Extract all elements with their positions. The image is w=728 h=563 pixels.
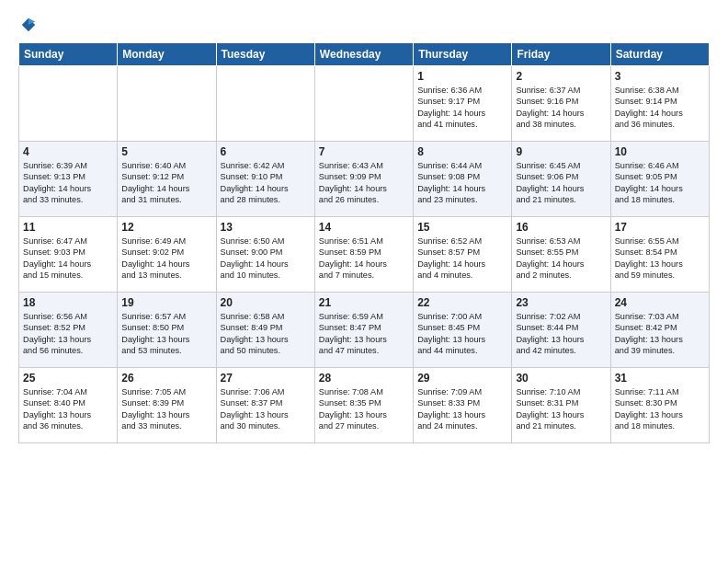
day-info-line: and 31 minutes. [121,194,211,205]
day-cell-28: 28Sunrise: 7:08 AMSunset: 8:35 PMDayligh… [314,368,413,443]
day-info-line: Sunset: 9:00 PM [221,247,311,258]
day-info-line: Daylight: 14 hours [417,108,507,119]
day-info-line: Sunrise: 7:10 AM [516,386,606,397]
day-info-line: Sunset: 8:50 PM [121,322,211,333]
day-info-line: Daylight: 14 hours [319,259,409,270]
day-number-28: 28 [319,372,409,385]
day-info-line: Daylight: 13 hours [221,409,311,420]
day-info-line: and 30 minutes. [221,420,311,431]
day-info-line: and 47 minutes. [319,345,409,356]
day-info-line: Sunrise: 7:03 AM [615,311,705,322]
day-info-line: Sunrise: 6:47 AM [23,236,113,247]
day-info-line: and 27 minutes. [319,420,409,431]
day-info-line: Sunset: 8:55 PM [516,247,606,258]
day-info-line: Daylight: 14 hours [23,183,113,194]
day-info-line: and 36 minutes. [615,119,705,130]
day-number-23: 23 [516,296,606,309]
day-cell-21: 21Sunrise: 6:59 AMSunset: 8:47 PMDayligh… [314,293,413,368]
day-info-line: Sunrise: 6:56 AM [23,311,113,322]
day-info-line: Daylight: 13 hours [319,409,409,420]
day-info-line: Sunset: 9:17 PM [417,96,507,107]
day-info-line: and 53 minutes. [121,345,211,356]
page: SundayMondayTuesdayWednesdayThursdayFrid… [0,0,728,563]
day-info-line: Daylight: 13 hours [23,409,113,420]
day-info-line: Sunset: 8:54 PM [615,247,705,258]
day-number-14: 14 [319,221,409,234]
day-info-line: Daylight: 13 hours [417,409,507,420]
day-info-line: Sunset: 9:03 PM [23,247,113,258]
day-cell-2: 2Sunrise: 6:37 AMSunset: 9:16 PMDaylight… [512,66,610,142]
day-cell-23: 23Sunrise: 7:02 AMSunset: 8:44 PMDayligh… [512,293,610,368]
day-info-line: Sunset: 8:42 PM [615,322,705,333]
day-info-line: Sunrise: 6:37 AM [516,85,606,96]
logo [18,17,37,33]
week-row-2: 4Sunrise: 6:39 AMSunset: 9:13 PMDaylight… [19,142,710,217]
day-number-20: 20 [221,296,311,309]
day-cell-4: 4Sunrise: 6:39 AMSunset: 9:13 PMDaylight… [19,142,118,217]
day-info-line: Sunset: 9:12 PM [121,171,211,182]
day-info-line: and 38 minutes. [516,119,606,130]
day-cell-27: 27Sunrise: 7:06 AMSunset: 8:37 PMDayligh… [216,368,314,443]
day-info-line: and 18 minutes. [615,194,705,205]
day-cell-12: 12Sunrise: 6:49 AMSunset: 9:02 PMDayligh… [118,217,216,293]
day-info-line: and 36 minutes. [23,420,113,431]
day-info-line: Sunrise: 6:52 AM [417,236,507,247]
weekday-header-row: SundayMondayTuesdayWednesdayThursdayFrid… [19,43,710,66]
day-number-25: 25 [23,372,113,385]
day-info-line: Sunset: 9:06 PM [516,171,606,182]
day-info-line: Daylight: 14 hours [615,183,705,194]
day-info-line: and 28 minutes. [221,194,311,205]
day-info-line: Sunrise: 6:44 AM [417,160,507,171]
day-cell-empty [19,66,118,142]
day-info-line: Daylight: 14 hours [417,259,507,270]
day-info-line: and 59 minutes. [615,270,705,281]
day-number-13: 13 [221,221,311,234]
day-cell-24: 24Sunrise: 7:03 AMSunset: 8:42 PMDayligh… [610,293,709,368]
day-info-line: and 56 minutes. [23,345,113,356]
day-info-line: Daylight: 13 hours [121,409,211,420]
day-info-line: Daylight: 14 hours [121,259,211,270]
day-number-19: 19 [121,296,211,309]
weekday-header-friday: Friday [512,43,610,66]
day-info-line: Sunrise: 6:50 AM [221,236,311,247]
day-cell-20: 20Sunrise: 6:58 AMSunset: 8:49 PMDayligh… [216,293,314,368]
day-info-line: and 24 minutes. [417,420,507,431]
day-number-9: 9 [516,145,606,158]
day-info-line: Sunset: 8:35 PM [319,397,409,408]
day-cell-30: 30Sunrise: 7:10 AMSunset: 8:31 PMDayligh… [512,368,610,443]
day-info-line: Sunrise: 7:00 AM [417,311,507,322]
day-info-line: and 21 minutes. [516,194,606,205]
day-info-line: Sunrise: 6:45 AM [516,160,606,171]
day-info-line: Sunrise: 7:06 AM [221,386,311,397]
weekday-header-tuesday: Tuesday [216,43,314,66]
day-cell-31: 31Sunrise: 7:11 AMSunset: 8:30 PMDayligh… [610,368,709,443]
day-info-line: Daylight: 14 hours [516,259,606,270]
day-cell-1: 1Sunrise: 6:36 AMSunset: 9:17 PMDaylight… [414,66,512,142]
weekday-header-wednesday: Wednesday [314,43,413,66]
day-info-line: Daylight: 14 hours [615,108,705,119]
day-info-line: and 42 minutes. [516,345,606,356]
day-info-line: Sunrise: 7:09 AM [417,386,507,397]
day-cell-5: 5Sunrise: 6:40 AMSunset: 9:12 PMDaylight… [118,142,216,217]
day-number-8: 8 [417,145,507,158]
day-number-16: 16 [516,221,606,234]
day-info-line: Sunset: 8:59 PM [319,247,409,258]
day-info-line: Sunrise: 6:36 AM [417,85,507,96]
day-cell-18: 18Sunrise: 6:56 AMSunset: 8:52 PMDayligh… [19,293,118,368]
day-info-line: Sunrise: 7:02 AM [516,311,606,322]
day-info-line: Sunset: 8:44 PM [516,322,606,333]
day-cell-13: 13Sunrise: 6:50 AMSunset: 9:00 PMDayligh… [216,217,314,293]
day-cell-11: 11Sunrise: 6:47 AMSunset: 9:03 PMDayligh… [19,217,118,293]
day-cell-6: 6Sunrise: 6:42 AMSunset: 9:10 PMDaylight… [216,142,314,217]
day-info-line: Sunset: 8:49 PM [221,322,311,333]
day-info-line: Sunrise: 7:05 AM [121,386,211,397]
day-info-line: Sunset: 8:45 PM [417,322,507,333]
day-info-line: and 33 minutes. [23,194,113,205]
day-info-line: Daylight: 14 hours [121,183,211,194]
day-info-line: Daylight: 13 hours [23,334,113,345]
day-number-31: 31 [615,372,705,385]
day-cell-19: 19Sunrise: 6:57 AMSunset: 8:50 PMDayligh… [118,293,216,368]
day-info-line: Sunset: 8:57 PM [417,247,507,258]
day-info-line: Sunset: 8:40 PM [23,397,113,408]
day-info-line: Sunset: 8:52 PM [23,322,113,333]
